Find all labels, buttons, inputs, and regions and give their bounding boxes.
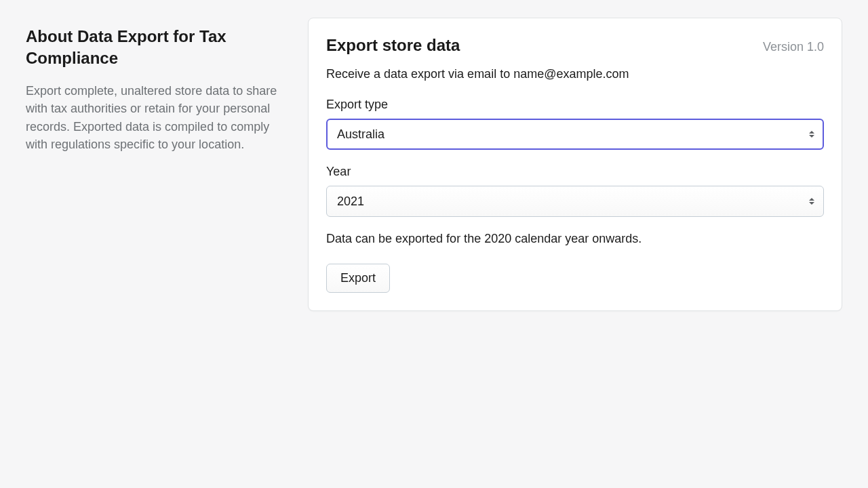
info-sidebar: About Data Export for Tax Compliance Exp… (26, 18, 283, 311)
card-subtitle: Receive a data export via email to name@… (326, 67, 824, 81)
sidebar-description: Export complete, unaltered store data to… (26, 82, 283, 152)
export-type-select[interactable]: Australia (326, 119, 824, 150)
card-header: Export store data Version 1.0 (326, 36, 824, 55)
export-card: Export store data Version 1.0 Receive a … (308, 18, 842, 311)
export-type-select-wrapper: Australia (326, 119, 824, 150)
export-type-group: Export type Australia (326, 98, 824, 150)
version-label: Version 1.0 (763, 40, 824, 54)
year-select-wrapper: 2021 (326, 186, 824, 217)
export-button[interactable]: Export (326, 264, 390, 293)
help-text: Data can be exported for the 2020 calend… (326, 232, 824, 246)
year-select[interactable]: 2021 (326, 186, 824, 217)
year-group: Year 2021 (326, 165, 824, 217)
card-title: Export store data (326, 36, 460, 55)
sidebar-title: About Data Export for Tax Compliance (26, 26, 283, 68)
year-label: Year (326, 165, 824, 179)
export-type-label: Export type (326, 98, 824, 112)
